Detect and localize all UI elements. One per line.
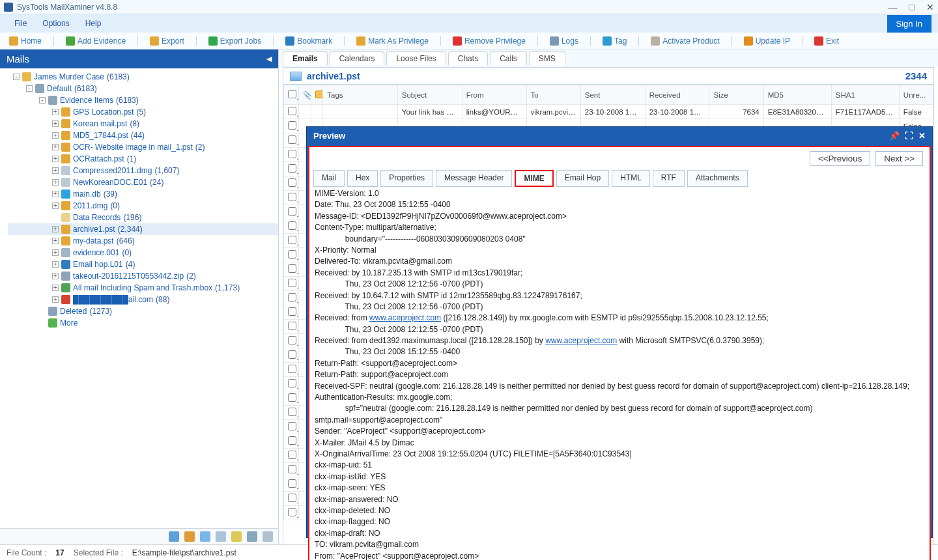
expand-icon[interactable]: +	[52, 203, 59, 209]
select-all-checkbox[interactable]	[284, 85, 299, 105]
row-checkbox[interactable]	[288, 193, 296, 201]
preview-tab-mime[interactable]: MIME	[515, 170, 553, 187]
tree-item[interactable]: +my-data.pst (646)	[8, 235, 278, 247]
link[interactable]: www.aceproject.com	[545, 336, 617, 345]
expand-icon[interactable]: +	[52, 144, 59, 150]
evidence-tree[interactable]: -James Murder Case (6183)-Default (6183)…	[0, 68, 278, 528]
row-checkbox[interactable]	[288, 164, 296, 173]
tool-icon-7[interactable]	[263, 531, 273, 542]
expand-icon[interactable]: +	[52, 132, 59, 139]
toolbar-update-ip[interactable]: Update IP	[739, 35, 795, 47]
expand-icon[interactable]: +	[52, 285, 59, 291]
row-checkbox[interactable]	[288, 350, 296, 359]
expand-icon[interactable]: ⛶	[905, 131, 913, 141]
preview-tab-rtf[interactable]: RTF	[653, 170, 685, 187]
tree-item[interactable]: +Compressed2011.dmg (1,607)	[8, 165, 278, 176]
tab-loose-files[interactable]: Loose Files	[386, 51, 446, 65]
row-checkbox[interactable]	[288, 150, 296, 158]
expand-icon[interactable]: +	[52, 273, 59, 279]
tree-item[interactable]: +OCRattach.pst (1)	[8, 153, 278, 165]
close-icon[interactable]: ✕	[926, 2, 934, 12]
expand-icon[interactable]: +	[52, 109, 59, 115]
expand-icon[interactable]: +	[52, 261, 59, 268]
previous-button[interactable]: <<Previous	[810, 151, 870, 166]
tree-item[interactable]: More	[8, 317, 278, 329]
toolbar-export[interactable]: Export	[145, 35, 190, 47]
toolbar-mark-as-privilege[interactable]: Mark As Privilege	[351, 35, 434, 47]
minimize-icon[interactable]: —	[888, 2, 898, 12]
column-header[interactable]: Unre...	[899, 85, 933, 105]
row-checkbox[interactable]	[288, 293, 296, 301]
expand-icon[interactable]: -	[39, 97, 46, 104]
column-header[interactable]: Sent	[580, 85, 645, 105]
expand-icon[interactable]: +	[52, 167, 59, 174]
maximize-icon[interactable]: □	[909, 2, 915, 12]
tree-item[interactable]: +GPS Location.pst (5)	[8, 106, 278, 118]
toolbar-activate-product[interactable]: Activate Product	[646, 35, 724, 47]
tree-item[interactable]: +Email hop.L01 (4)	[8, 259, 278, 270]
toolbar-bookmark[interactable]: Bookmark	[280, 35, 337, 47]
row-checkbox[interactable]	[288, 221, 296, 230]
toolbar-tag[interactable]: Tag	[597, 35, 632, 47]
row-checkbox[interactable]	[288, 508, 296, 516]
attachment-column[interactable]: 📎	[298, 85, 311, 105]
row-checkbox[interactable]	[288, 379, 296, 387]
column-header[interactable]: MD5	[763, 85, 831, 105]
tree-item[interactable]: +Korean mail.pst (8)	[8, 118, 278, 130]
expand-icon[interactable]: -	[13, 74, 20, 80]
preview-tab-email-hop[interactable]: Email Hop	[556, 170, 609, 187]
tree-item[interactable]: +takeout-20161215T055344Z.zip (2)	[8, 270, 278, 282]
row-checkbox[interactable]	[288, 264, 296, 273]
expand-icon[interactable]: +	[52, 249, 59, 256]
tool-icon-3[interactable]	[200, 531, 210, 542]
row-checkbox[interactable]	[288, 250, 296, 259]
preview-tab-properties[interactable]: Properties	[380, 170, 433, 187]
tree-item[interactable]: -Evidence Items (6183)	[8, 94, 278, 106]
toolbar-home[interactable]: Home	[4, 35, 47, 47]
toolbar-remove-privilege[interactable]: Remove Privilege	[448, 35, 531, 47]
expand-icon[interactable]: +	[52, 226, 59, 232]
tree-item[interactable]: -Default (6183)	[8, 83, 278, 94]
link[interactable]: www.aceproject.com	[369, 313, 441, 322]
table-row[interactable]: Your link has be...links@YOURDO...vikram…	[284, 105, 933, 119]
tree-item[interactable]: +██████████ail.com (88)	[8, 294, 278, 305]
toolbar-add-evidence[interactable]: Add Evidence	[61, 35, 131, 47]
pin-icon[interactable]: 📌	[889, 131, 900, 141]
column-header[interactable]: To	[526, 85, 580, 105]
tree-item[interactable]: +OCR- Website image in mail_1.pst (2)	[8, 141, 278, 153]
preview-close-icon[interactable]: ✕	[918, 131, 926, 141]
column-header[interactable]: Size	[709, 85, 763, 105]
preview-tab-mail[interactable]: Mail	[313, 170, 345, 187]
mime-content[interactable]: MIME-Version: 1.0 Date: Thu, 23 Oct 2008…	[309, 187, 930, 560]
column-header[interactable]: Tags	[323, 85, 397, 105]
key-icon[interactable]	[231, 531, 242, 542]
expand-icon[interactable]: +	[52, 296, 59, 303]
row-checkbox[interactable]	[288, 322, 296, 330]
row-checkbox[interactable]	[288, 135, 296, 144]
tree-item[interactable]: Data Records (196)	[8, 212, 278, 223]
tool-icon-1[interactable]	[169, 531, 179, 542]
row-checkbox[interactable]	[288, 479, 296, 488]
tree-item[interactable]: +main.db (39)	[8, 188, 278, 200]
preview-tab-hex[interactable]: Hex	[347, 170, 378, 187]
tree-item[interactable]: +All mail Including Spam and Trash.mbox …	[8, 282, 278, 294]
row-checkbox[interactable]	[288, 178, 296, 187]
tree-item[interactable]: +evidence.001 (0)	[8, 247, 278, 259]
row-checkbox[interactable]	[288, 365, 296, 373]
next-button[interactable]: Next >>	[875, 151, 923, 166]
row-checkbox[interactable]	[288, 465, 296, 473]
column-header[interactable]: From	[462, 85, 526, 105]
toolbar-export-jobs[interactable]: Export Jobs	[203, 35, 266, 47]
expand-icon[interactable]: +	[52, 156, 59, 162]
column-header[interactable]: Received	[645, 85, 709, 105]
column-header[interactable]: Subject	[397, 85, 462, 105]
column-header[interactable]: SHA1	[831, 85, 899, 105]
sign-in-button[interactable]: Sign In	[887, 15, 931, 33]
tab-calls[interactable]: Calls	[490, 51, 527, 65]
row-checkbox[interactable]	[288, 393, 296, 402]
collapse-icon[interactable]: ◀	[266, 55, 272, 63]
row-checkbox[interactable]	[288, 408, 296, 416]
toolbar-exit[interactable]: Exit	[809, 35, 844, 47]
row-checkbox[interactable]	[288, 107, 296, 115]
expand-icon[interactable]: +	[52, 238, 59, 244]
